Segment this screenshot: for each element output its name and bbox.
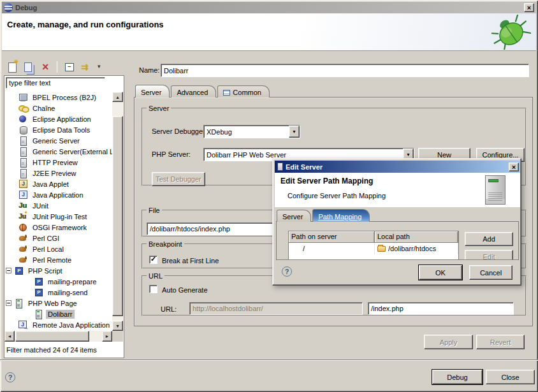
tab-advanced[interactable]: Advanced bbox=[171, 85, 216, 98]
tree-item[interactable]: Perl Local bbox=[4, 243, 112, 254]
name-input[interactable]: Dolibarr bbox=[161, 64, 529, 77]
mapping-row[interactable]: //dolibarr/htdocs bbox=[289, 243, 458, 254]
test-debugger-button[interactable]: Test Debugger bbox=[152, 172, 205, 186]
tree-item[interactable]: Chaîne bbox=[4, 103, 112, 113]
tree-item[interactable]: JUnit bbox=[4, 200, 112, 211]
duplicate-icon bbox=[23, 61, 34, 73]
duplicate-button[interactable] bbox=[22, 60, 36, 74]
dialog-tab-path-mapping[interactable]: Path Mapping bbox=[312, 209, 370, 222]
tree-item[interactable]: Generic Server bbox=[4, 135, 112, 146]
tab-server[interactable]: Server bbox=[135, 85, 170, 98]
perl-icon bbox=[18, 256, 27, 264]
tree-vertical-scrollbar[interactable]: ▲ ▼ bbox=[112, 92, 123, 331]
tree-item[interactable]: HTTP Preview bbox=[4, 157, 112, 168]
tree-item-label: Java Application bbox=[31, 191, 85, 200]
break-first-line-checkbox[interactable] bbox=[149, 256, 157, 264]
tree-item[interactable]: mailing-send bbox=[4, 287, 112, 298]
url-path-input[interactable]: /index.php bbox=[368, 302, 514, 315]
collapse-expander-icon[interactable] bbox=[6, 300, 11, 306]
delete-button[interactable] bbox=[38, 60, 52, 74]
tree-item[interactable]: BPEL Process (B2J) bbox=[4, 92, 112, 103]
collapse-expander-icon[interactable] bbox=[6, 268, 11, 273]
server-debugger-combo[interactable]: XDebug ▼ bbox=[203, 125, 300, 138]
perl-icon bbox=[18, 245, 27, 253]
auto-generate-label: Auto Generate bbox=[162, 286, 208, 294]
table-column-header[interactable]: Local path bbox=[375, 231, 458, 243]
table-icon bbox=[223, 90, 230, 96]
scroll-left-button[interactable]: ◄ bbox=[4, 331, 15, 342]
scrollbar-corner bbox=[112, 331, 123, 342]
tab-common[interactable]: Common bbox=[217, 85, 270, 98]
ok-button[interactable]: OK bbox=[419, 265, 462, 280]
dropdown-arrow-button[interactable] bbox=[95, 60, 109, 74]
edit-server-close-button[interactable]: × bbox=[509, 163, 519, 171]
help-icon[interactable]: ? bbox=[5, 372, 15, 382]
dialog-help-icon[interactable]: ? bbox=[282, 266, 292, 277]
collapse-all-icon bbox=[63, 61, 75, 73]
tree-item[interactable]: Java Applet bbox=[4, 178, 112, 189]
database-icon bbox=[18, 126, 27, 134]
tree-item-label: Chaîne bbox=[31, 104, 57, 113]
debug-button[interactable]: Debug bbox=[432, 370, 483, 384]
java-app-icon bbox=[18, 191, 27, 199]
new-configuration-button[interactable] bbox=[5, 60, 19, 74]
tree-horizontal-scrollbar[interactable]: ◄ ► bbox=[4, 331, 112, 342]
scroll-down-button[interactable]: ▼ bbox=[112, 321, 123, 331]
tree-item[interactable]: Perl Remote bbox=[4, 254, 112, 265]
chain-icon bbox=[18, 104, 27, 112]
tree-item[interactable]: Eclipse Data Tools bbox=[4, 124, 112, 135]
dialog-subheading: Configure Server Path Mapping bbox=[287, 192, 386, 200]
java-applet-icon bbox=[18, 180, 27, 188]
bpel-process-icon bbox=[18, 93, 27, 101]
close-button[interactable]: Close bbox=[486, 370, 535, 384]
tree-item[interactable]: PHP Script bbox=[4, 265, 112, 276]
tree-item[interactable]: JUnit Plug-in Test bbox=[4, 211, 112, 222]
tree-item-label: OSGi Framework bbox=[31, 223, 89, 232]
edit-server-titlebar[interactable]: Edit Server × bbox=[275, 161, 520, 173]
tree-item[interactable]: OSGi Framework bbox=[4, 222, 112, 233]
tree-item[interactable]: J2EE Preview bbox=[4, 168, 112, 178]
auto-generate-checkbox[interactable] bbox=[149, 285, 157, 293]
vertical-scroll-thumb[interactable] bbox=[112, 116, 123, 316]
tree-item[interactable]: PHP Web Page bbox=[4, 298, 112, 309]
tree-item[interactable]: Java Application bbox=[4, 189, 112, 200]
add-mapping-button[interactable]: Add bbox=[465, 232, 513, 246]
edit-server-header: Edit Server Path Mapping Configure Serve… bbox=[275, 173, 520, 207]
filter-status-text: Filter matched 24 of 24 items bbox=[4, 342, 123, 358]
scroll-right-button[interactable]: ► bbox=[102, 331, 112, 342]
scroll-up-button[interactable]: ▲ bbox=[112, 92, 123, 102]
revert-button[interactable]: Revert bbox=[476, 335, 525, 349]
url-label: URL: bbox=[161, 305, 177, 313]
table-column-header[interactable]: Path on server bbox=[289, 231, 375, 243]
tree-item[interactable]: Eclipse Application bbox=[4, 113, 112, 124]
tree-item-label: Perl Local bbox=[31, 245, 66, 254]
tree-item[interactable]: Perl CGI bbox=[4, 233, 112, 243]
server-icon bbox=[18, 158, 27, 166]
apply-button[interactable]: Apply bbox=[424, 335, 473, 349]
cancel-button[interactable]: Cancel bbox=[469, 265, 513, 280]
server-tower-icon bbox=[485, 175, 505, 205]
filter-input[interactable]: type filter text bbox=[6, 77, 105, 89]
launch-config-tree: BPEL Process (B2J)ChaîneEclipse Applicat… bbox=[4, 92, 112, 331]
tree-item-label: Perl CGI bbox=[31, 234, 61, 243]
tree-item-label: JUnit bbox=[31, 201, 50, 210]
collapse-all-button[interactable] bbox=[62, 60, 76, 74]
tree-item[interactable]: Dolibarr bbox=[4, 309, 112, 319]
edit-server-tabs: ServerPath Mapping bbox=[277, 209, 371, 222]
window-titlebar[interactable]: Debug × bbox=[2, 2, 536, 13]
tree-item[interactable]: Remote Java Application bbox=[4, 319, 112, 330]
window-close-button[interactable]: × bbox=[524, 3, 534, 12]
tree-item-label: Perl Remote bbox=[31, 256, 73, 265]
path-mapping-table[interactable]: Path on serverLocal path //dolibarr/htdo… bbox=[288, 231, 459, 261]
horizontal-scroll-thumb[interactable] bbox=[15, 331, 89, 342]
edit-mapping-button[interactable]: Edit bbox=[465, 250, 513, 261]
filter-button[interactable] bbox=[78, 60, 92, 74]
combo-dropdown-icon[interactable]: ▼ bbox=[289, 126, 300, 138]
server-debugger-value: XDebug bbox=[204, 126, 289, 138]
dialog-tab-server[interactable]: Server bbox=[277, 210, 311, 222]
tree-item[interactable]: Generic Server(External La bbox=[4, 146, 112, 157]
tree-item-label: Generic Server(External La bbox=[31, 147, 112, 156]
tree-item[interactable]: mailing-prepare bbox=[4, 276, 112, 287]
perl-icon bbox=[18, 234, 27, 242]
tree-item-label: Java Applet bbox=[31, 180, 71, 189]
